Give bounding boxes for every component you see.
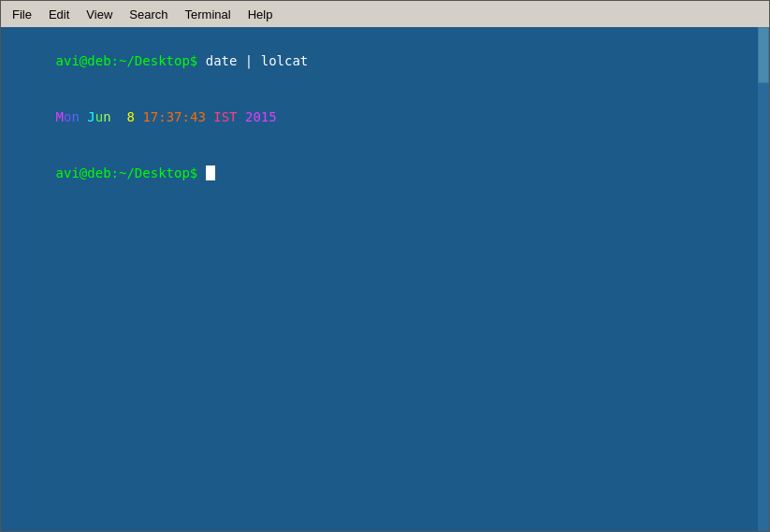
lolcat-char-M: M [56,109,64,124]
lolcat-char-n2: n [103,109,110,124]
lolcat-time: 17:37:43 [142,109,205,124]
terminal-line-3: avi@deb:~/Desktop$ [8,145,762,201]
terminal-cursor [206,165,215,180]
menu-help[interactable]: Help [240,5,281,24]
menu-view[interactable]: View [79,5,120,24]
prompt-space [197,165,205,180]
terminal-body[interactable]: avi@deb:~/Desktop$ date | lolcat Mon Jun… [1,27,769,531]
lolcat-ist: IST [213,109,237,124]
terminal-line-2-output: Mon Jun 8 17:37:43 IST 2015 [8,89,762,145]
lolcat-char-8: 8 [127,109,135,124]
command-1: date | lolcat [197,53,308,68]
lolcat-char-sp4 [206,109,213,124]
prompt-2: avi@deb:~/Desktop$ [56,165,198,180]
menubar: File Edit View Search Terminal Help [1,1,769,27]
terminal-window: File Edit View Search Terminal Help avi@… [0,0,770,532]
lolcat-char-sp5 [238,109,245,124]
prompt-1: avi@deb:~/Desktop$ [56,53,198,68]
menu-edit[interactable]: Edit [41,5,77,24]
lolcat-year: 2015 [245,109,277,124]
menu-search[interactable]: Search [122,5,175,24]
terminal-line-1: avi@deb:~/Desktop$ date | lolcat [8,33,762,89]
lolcat-char-sp2 [111,109,127,124]
scrollbar-thumb[interactable] [758,27,769,83]
menu-file[interactable]: File [5,5,39,24]
lolcat-char-n: n [71,109,79,124]
lolcat-char-J: J [87,109,94,124]
lolcat-char-u: u [95,109,103,124]
menu-terminal[interactable]: Terminal [178,5,239,24]
scrollbar-track[interactable] [758,27,769,531]
